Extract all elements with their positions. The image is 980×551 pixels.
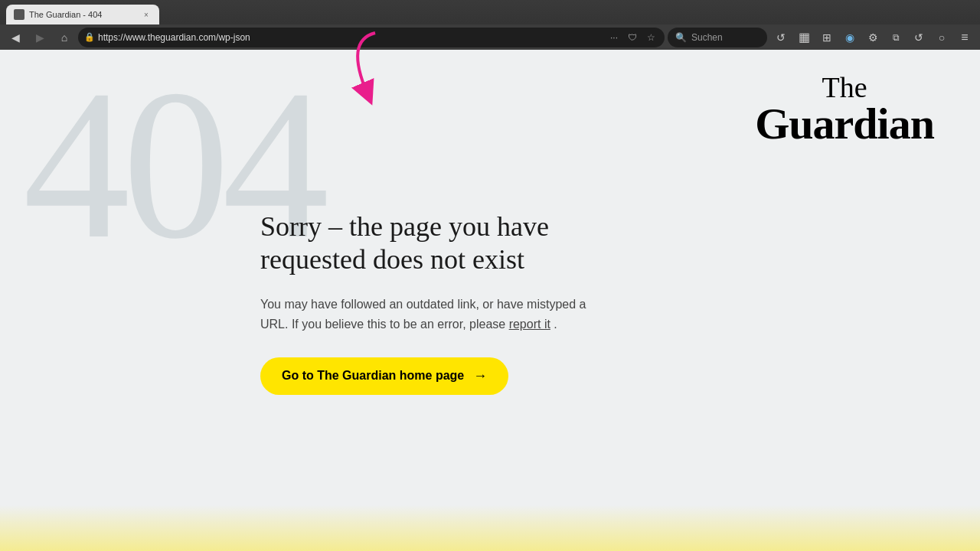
logo-the: The <box>755 73 934 102</box>
tab-bar: The Guardian - 404 × <box>0 0 980 24</box>
address-bar-icons: ··· 🛡 ☆ <box>606 30 658 45</box>
guardian-logo: The Guardian <box>755 73 934 146</box>
forward-button[interactable]: ▶ <box>29 27 51 48</box>
lock-icon: 🔒 <box>84 32 95 42</box>
sync-button[interactable]: ◉ <box>839 27 861 48</box>
reload-button[interactable]: ↺ <box>770 27 792 48</box>
browser-tab[interactable]: The Guardian - 404 × <box>6 5 159 24</box>
toolbar: ◀ ▶ ⌂ 🔒 https://www.theguardian.com/wp-j… <box>0 24 980 50</box>
error-body-end: . <box>554 318 557 331</box>
tab-favicon <box>14 9 24 20</box>
logo-text: The Guardian <box>755 73 934 146</box>
url-text: https://www.theguardian.com/wp-json <box>98 32 603 43</box>
search-icon: 🔍 <box>675 32 687 43</box>
bookmark-icon[interactable]: ☆ <box>643 30 658 45</box>
screenshot-button[interactable]: ⧉ <box>885 27 906 48</box>
home-page-button[interactable]: Go to The Guardian home page → <box>260 357 508 395</box>
error-title: Sorry – the page you have requested does… <box>260 210 597 276</box>
addons-button[interactable]: ↺ <box>908 27 929 48</box>
shield-icon[interactable]: 🛡 <box>625 30 640 45</box>
menu-button[interactable]: ≡ <box>954 27 975 48</box>
account-button[interactable]: ○ <box>931 27 952 48</box>
logo-guardian: Guardian <box>755 102 934 146</box>
library-button[interactable]: ▦ <box>793 27 815 48</box>
tab-title: The Guardian - 404 <box>29 10 136 19</box>
bottom-gradient <box>0 505 980 551</box>
browser-chrome: The Guardian - 404 × ◀ ▶ ⌂ 🔒 https://www… <box>0 0 980 50</box>
error-body: You may have followed an outdated link, … <box>260 295 597 334</box>
report-it-link[interactable]: report it <box>509 318 550 331</box>
search-bar[interactable]: 🔍 <box>668 28 767 47</box>
toolbar-right: ↺ ▦ ⊞ ◉ ⚙ ⧉ ↺ ○ ≡ <box>770 27 975 48</box>
more-icon[interactable]: ··· <box>606 30 622 45</box>
home-button[interactable]: ⌂ <box>54 27 75 48</box>
tab-groups-button[interactable]: ⊞ <box>816 27 838 48</box>
search-input[interactable] <box>691 32 753 43</box>
address-bar[interactable]: 🔒 https://www.theguardian.com/wp-json ··… <box>78 28 665 47</box>
home-page-button-label: Go to The Guardian home page <box>282 369 464 383</box>
page-content: 404 The Guardian Sorry – the page you ha… <box>0 50 980 551</box>
home-page-button-arrow: → <box>473 368 487 384</box>
back-button[interactable]: ◀ <box>5 27 26 48</box>
content-box: Sorry – the page you have requested does… <box>260 210 597 395</box>
extensions-button[interactable]: ⚙ <box>862 27 884 48</box>
tab-close-button[interactable]: × <box>141 9 152 20</box>
